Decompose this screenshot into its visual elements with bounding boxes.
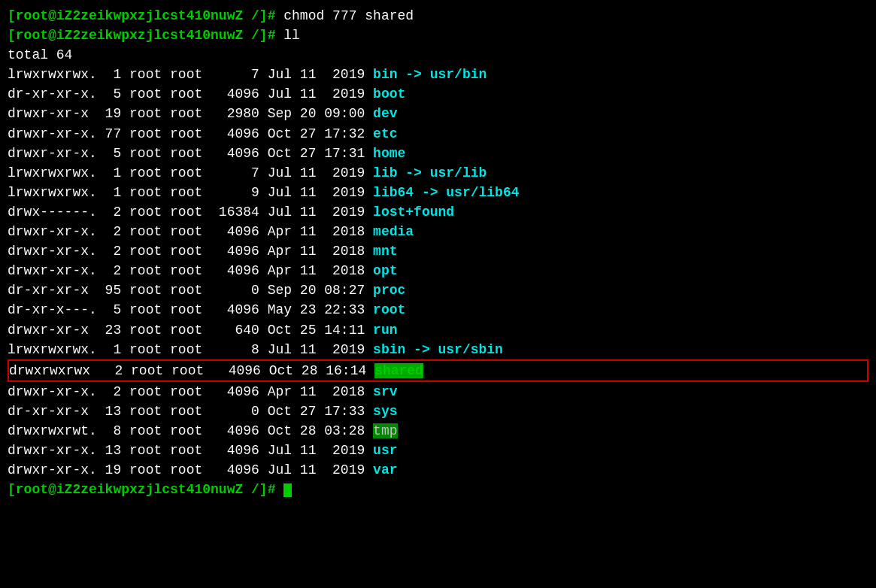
cursor bbox=[283, 483, 292, 497]
sbin-line: lrwxrwxrwx. 1 root root 8 Jul 11 2019 sb… bbox=[8, 340, 868, 359]
tmp-line: drwxrwxrwt. 8 root root 4096 Oct 28 03:2… bbox=[8, 421, 868, 441]
mnt-line: drwxr-xr-x. 2 root root 4096 Apr 11 2018… bbox=[8, 241, 868, 261]
etc-line: drwxr-xr-x. 77 root root 4096 Oct 27 17:… bbox=[8, 124, 868, 144]
srv-line: drwxr-xr-x. 2 root root 4096 Apr 11 2018… bbox=[8, 382, 868, 402]
run-line: drwxr-xr-x 23 root root 640 Oct 25 14:11… bbox=[8, 320, 868, 340]
total-line: total 64 bbox=[8, 45, 868, 65]
lib-line: lrwxrwxrwx. 1 root root 7 Jul 11 2019 li… bbox=[8, 163, 868, 183]
var-line: drwxr-xr-x. 19 root root 4096 Jul 11 201… bbox=[8, 460, 868, 480]
home-line: drwxr-xr-x. 5 root root 4096 Oct 27 17:3… bbox=[8, 144, 868, 163]
final-prompt[interactable]: [root@iZ2zeikwpxzjlcst410nuwZ /]# bbox=[8, 480, 868, 499]
ll-command: [root@iZ2zeikwpxzjlcst410nuwZ /]# ll bbox=[8, 26, 868, 45]
lib64-line: lrwxrwxrwx. 1 root root 9 Jul 11 2019 li… bbox=[8, 183, 868, 202]
usr-line: drwxr-xr-x. 13 root root 4096 Jul 11 201… bbox=[8, 441, 868, 460]
boot-line: dr-xr-xr-x. 5 root root 4096 Jul 11 2019… bbox=[8, 84, 868, 104]
sys-line: dr-xr-xr-x 13 root root 0 Oct 27 17:33 s… bbox=[8, 402, 868, 421]
lost-line: drwx------. 2 root root 16384 Jul 11 201… bbox=[8, 202, 868, 222]
bin-line: lrwxrwxrwx. 1 root root 7 Jul 11 2019 bi… bbox=[8, 65, 868, 84]
opt-line: drwxr-xr-x. 2 root root 4096 Apr 11 2018… bbox=[8, 261, 868, 280]
dev-line: drwxr-xr-x 19 root root 2980 Sep 20 09:0… bbox=[8, 104, 868, 123]
root-line: dr-xr-x---. 5 root root 4096 May 23 22:3… bbox=[8, 300, 868, 320]
terminal: [root@iZ2zeikwpxzjlcst410nuwZ /]# chmod … bbox=[8, 6, 868, 499]
chmod-command: [root@iZ2zeikwpxzjlcst410nuwZ /]# chmod … bbox=[8, 6, 868, 26]
shared-line: drwxrwxrwx 2 root root 4096 Oct 28 16:14… bbox=[8, 359, 868, 382]
media-line: drwxr-xr-x. 2 root root 4096 Apr 11 2018… bbox=[8, 222, 868, 241]
proc-line: dr-xr-xr-x 95 root root 0 Sep 20 08:27 p… bbox=[8, 280, 868, 300]
